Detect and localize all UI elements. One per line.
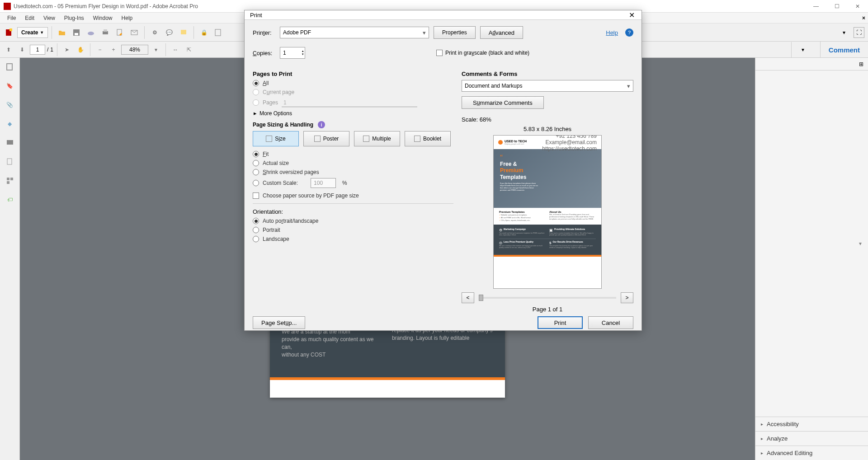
page-down-icon[interactable]: ⬇ (16, 44, 28, 56)
panel-analyze[interactable]: Analyze (755, 431, 868, 446)
gear-icon[interactable]: ⚙ (148, 26, 161, 39)
auto-radio[interactable] (253, 218, 259, 224)
more-options-toggle[interactable]: ▸ More Options (254, 110, 453, 117)
layers-icon[interactable]: ◆ (5, 118, 15, 129)
print-dialog: Print ✕ Printer: Adobe PDF Properties Ad… (244, 10, 642, 331)
print-button[interactable]: Print (538, 316, 583, 329)
document-close-icon[interactable]: × (862, 15, 865, 21)
save-icon[interactable] (70, 26, 83, 39)
menu-view[interactable]: View (39, 14, 60, 23)
bookmarks-icon[interactable]: 🔖 (5, 80, 15, 91)
maximize-button[interactable]: ☐ (826, 0, 847, 13)
custom-scale-label: Custom Scale: (263, 180, 298, 186)
svg-rect-10 (215, 29, 221, 36)
panel-advanced-editing[interactable]: Advanced Editing (755, 446, 868, 460)
poster-tab[interactable]: Poster (303, 131, 349, 146)
dialog-title: Print (250, 12, 627, 19)
preview-prev-button[interactable]: < (462, 292, 474, 303)
fullscreen-icon[interactable]: ⛶ (854, 27, 864, 38)
preview-next-button[interactable]: > (621, 292, 633, 303)
tools-dropdown-icon[interactable]: ▾ (791, 42, 814, 57)
select-tool-icon[interactable]: ➤ (61, 44, 73, 56)
fit-page-icon[interactable]: ⇱ (183, 44, 195, 56)
comment-tab[interactable]: Comment (820, 42, 868, 58)
zoom-dropdown-icon[interactable]: ▾ (150, 44, 162, 56)
minimize-button[interactable]: — (806, 0, 826, 13)
print-icon[interactable] (99, 26, 112, 39)
fit-label: Fit (263, 151, 269, 157)
current-page-label: Current page (263, 89, 294, 95)
fit-radio[interactable] (253, 151, 259, 157)
preview-page-info: Page 1 of 1 (462, 306, 633, 313)
comment-icon[interactable]: 💬 (163, 26, 175, 39)
menu-file[interactable]: File (3, 14, 20, 23)
lock-icon[interactable]: 🔒 (198, 26, 210, 39)
cancel-button[interactable]: Cancel (588, 316, 633, 329)
page-setup-button[interactable]: Page Setup... (253, 316, 305, 329)
preview-slider[interactable] (479, 297, 616, 299)
dialog-close-icon[interactable]: ✕ (627, 10, 636, 19)
panel-accessibility[interactable]: Accessibility (755, 417, 868, 431)
open-icon[interactable] (56, 26, 68, 39)
highlight-icon[interactable] (177, 26, 190, 39)
cloud-icon[interactable] (85, 26, 97, 39)
copies-label: Copies: (253, 50, 275, 56)
panel-expand-icon[interactable]: ⊞ (859, 61, 865, 67)
fit-width-icon[interactable]: ↔ (170, 44, 181, 56)
info-icon[interactable]: i (318, 121, 325, 128)
printer-combo[interactable]: Adobe PDF (280, 27, 429, 38)
advanced-button[interactable]: Advanced (480, 26, 523, 39)
size-tab[interactable]: Size (253, 131, 299, 146)
comments-forms-combo[interactable]: Document and Markups (462, 80, 633, 92)
grayscale-checkbox[interactable] (436, 50, 443, 56)
shrink-radio[interactable] (253, 169, 259, 175)
landscape-radio[interactable] (253, 236, 259, 242)
portrait-radio[interactable] (253, 227, 259, 233)
custom-scale-radio[interactable] (253, 180, 259, 186)
svg-point-4 (88, 32, 94, 35)
menu-edit[interactable]: Edit (20, 14, 39, 23)
thumbnails-icon[interactable] (5, 61, 15, 72)
shrink-label: Shrink oversized pages (263, 169, 319, 175)
help-link[interactable]: Help (606, 29, 618, 36)
choose-paper-checkbox[interactable] (253, 192, 259, 199)
menu-plugins[interactable]: Plug-Ins (60, 14, 89, 23)
menu-help[interactable]: Help (117, 14, 137, 23)
actual-radio[interactable] (253, 160, 259, 166)
hand-tool-icon[interactable]: ✋ (75, 44, 86, 56)
zoom-combo[interactable]: 48% (121, 45, 148, 55)
comments-forms-title: Comments & Forms (462, 70, 633, 77)
properties-button[interactable]: Properties (434, 26, 476, 39)
custom-scale-input[interactable]: 100 (311, 178, 336, 188)
attachments-icon[interactable]: 📎 (5, 99, 15, 110)
summarize-comments-button[interactable]: Summarize Comments (462, 96, 544, 109)
svg-rect-12 (7, 140, 13, 145)
sign-icon[interactable] (212, 26, 225, 39)
current-page-radio[interactable] (253, 89, 259, 95)
edit-icon[interactable] (113, 26, 126, 39)
pages-icon[interactable] (5, 156, 15, 167)
pages-range-input[interactable] (282, 98, 417, 107)
svg-rect-1 (9, 28, 12, 31)
zoom-in-icon[interactable]: + (108, 44, 119, 56)
multiple-tab[interactable]: Multiple (354, 131, 400, 146)
all-radio[interactable] (253, 80, 259, 86)
close-button[interactable]: ✕ (847, 0, 868, 13)
booklet-tab[interactable]: Booklet (405, 131, 451, 146)
page-number-input[interactable] (30, 45, 45, 55)
page-up-icon[interactable]: ⬆ (3, 44, 14, 56)
copies-spinner[interactable]: 1 (280, 47, 305, 59)
panel-chevron-icon[interactable]: ▾ (859, 240, 862, 247)
left-rail: 🔖 📎 ◆ 🏷 (0, 58, 20, 460)
toolbar-customize-icon[interactable]: ▾ (840, 27, 848, 38)
create-pdf-icon[interactable] (3, 26, 15, 39)
email-icon[interactable] (128, 26, 141, 39)
signatures-icon[interactable] (5, 137, 15, 148)
menu-window[interactable]: Window (89, 14, 117, 23)
create-button[interactable]: Create ▼ (17, 27, 48, 38)
tags-icon[interactable]: 🏷 (5, 194, 15, 205)
zoom-out-icon[interactable]: − (94, 44, 106, 56)
help-icon[interactable]: ? (625, 28, 633, 37)
order-icon[interactable] (5, 175, 15, 186)
pages-radio[interactable] (253, 99, 259, 106)
